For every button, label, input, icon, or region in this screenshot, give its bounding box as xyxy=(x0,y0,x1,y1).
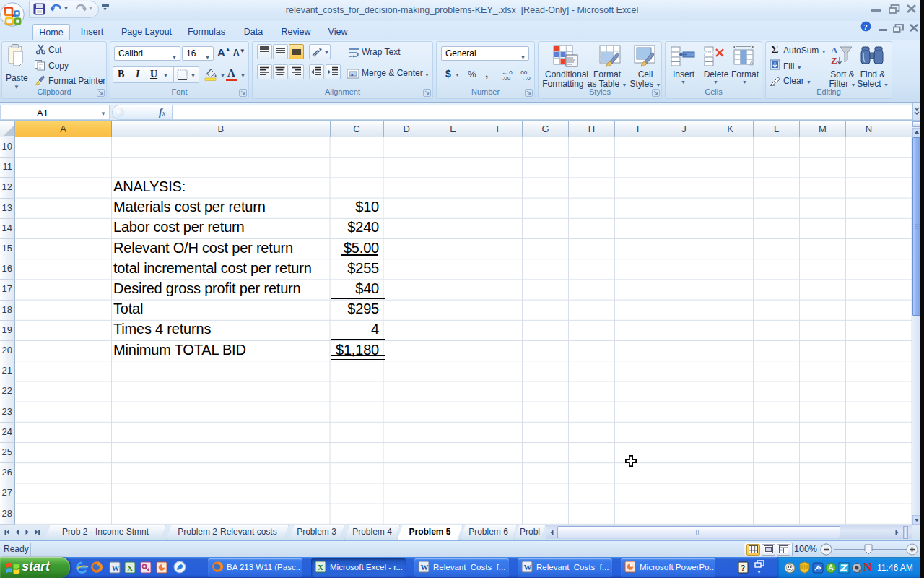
svg-text:?: ? xyxy=(741,564,745,572)
svg-text:Z: Z xyxy=(831,55,837,66)
svg-text:W: W xyxy=(524,563,532,571)
svg-text:X: X xyxy=(127,564,133,572)
svg-text:W: W xyxy=(112,564,120,572)
svg-text:A: A xyxy=(831,45,838,56)
svg-text:.00: .00 xyxy=(502,75,511,81)
svg-text:→.0: →.0 xyxy=(520,75,531,81)
svg-text:W: W xyxy=(421,563,429,571)
svg-text:X: X xyxy=(318,563,323,571)
svg-text:?: ? xyxy=(863,22,868,31)
